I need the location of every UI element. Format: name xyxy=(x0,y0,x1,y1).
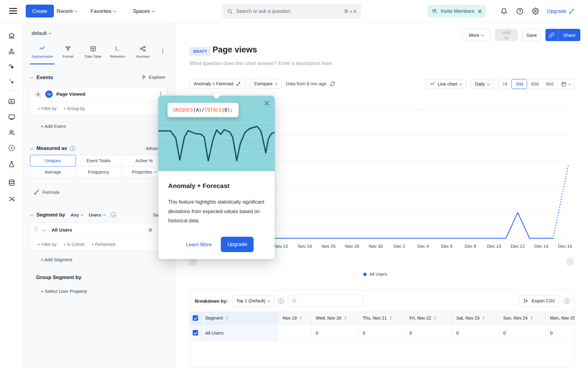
option-average[interactable]: Average xyxy=(30,166,76,178)
menu-recent[interactable]: Recent xyxy=(57,0,77,22)
database-icon[interactable] xyxy=(8,179,15,186)
close-icon[interactable] xyxy=(264,101,269,105)
help-icon[interactable] xyxy=(516,8,523,15)
notifications-bell-icon[interactable] xyxy=(500,8,507,15)
info-icon[interactable]: i xyxy=(564,298,570,304)
sort-icons[interactable] xyxy=(390,316,392,320)
option-uniques[interactable]: Uniques xyxy=(30,155,76,167)
breakdown-search[interactable] xyxy=(288,295,363,307)
select-all-checkbox[interactable] xyxy=(193,315,198,321)
drag-handle-icon[interactable] xyxy=(35,227,38,232)
tabs-overflow-kebab[interactable] xyxy=(161,48,164,55)
event-row[interactable]: A Page Viewed xyxy=(30,87,167,102)
compare-dropdown[interactable]: Compare xyxy=(250,79,281,89)
invite-members-button[interactable]: Invite Members xyxy=(428,5,486,17)
tab-segmentation[interactable]: Segmentation xyxy=(29,45,55,58)
sort-icons[interactable] xyxy=(482,316,485,320)
dismiss-invite-icon[interactable] xyxy=(478,10,482,13)
range-60d[interactable]: 60d xyxy=(528,79,542,89)
header-date[interactable]: Nov 19 xyxy=(278,312,311,324)
tab-retention[interactable]: Retention xyxy=(105,45,130,58)
header-date[interactable]: Wed, Nov 20 xyxy=(311,312,358,324)
refresh-icon[interactable] xyxy=(330,81,335,86)
chevron-down-icon[interactable] xyxy=(42,228,45,231)
custom-date-button[interactable] xyxy=(557,79,575,89)
sort-icons[interactable] xyxy=(434,316,436,320)
play-circle-icon[interactable] xyxy=(8,144,15,152)
bar-chart-icon[interactable] xyxy=(8,98,15,105)
workspace-selector[interactable]: default xyxy=(32,30,51,36)
sparkles-icon[interactable] xyxy=(8,78,15,86)
add-event-button[interactable]: + Add Event xyxy=(41,124,66,129)
tab-journeys[interactable]: Journeys xyxy=(130,45,156,58)
breakdown-search-input[interactable] xyxy=(300,298,359,303)
report-description-placeholder[interactable]: What question does this chart answer? En… xyxy=(190,60,333,66)
create-button[interactable]: Create xyxy=(26,5,54,17)
global-search-bar[interactable]: ⌘ + K xyxy=(222,4,361,18)
export-csv-button[interactable]: Export CSV xyxy=(519,295,560,307)
report-title[interactable]: Page views xyxy=(213,45,257,55)
search-input[interactable] xyxy=(236,9,344,14)
add-segment-button[interactable]: + Add Segment xyxy=(41,257,72,262)
sort-icons[interactable] xyxy=(344,316,347,320)
range-30d[interactable]: 30d xyxy=(511,79,527,89)
share-button-group[interactable]: Share xyxy=(545,29,580,41)
cursor-click-icon[interactable] xyxy=(8,63,15,70)
table-row[interactable]: All Users 0 0 0 0 0 0 xyxy=(190,324,575,341)
header-date[interactable]: Thu, Nov 21 xyxy=(358,312,405,324)
people-icon[interactable] xyxy=(8,129,15,136)
info-icon[interactable]: i xyxy=(111,212,116,217)
chart-legend[interactable]: All Users xyxy=(175,272,575,277)
range-7d[interactable]: 7d xyxy=(499,79,511,89)
remove-segment-icon[interactable] xyxy=(149,228,152,232)
segment-row[interactable]: All Users xyxy=(30,223,167,238)
flask-icon[interactable] xyxy=(8,160,15,168)
chart-page-right-button[interactable] xyxy=(566,258,574,266)
segment-in-cohort[interactable]: + In Cohort xyxy=(63,242,85,247)
upgrade-link[interactable]: Upgrade xyxy=(547,0,575,22)
event-group-by[interactable]: + Group-by xyxy=(63,106,85,111)
home-icon[interactable] xyxy=(8,32,15,39)
sort-icons[interactable] xyxy=(530,316,533,320)
segment-by-header[interactable]: Segment by Any Users i xyxy=(31,212,116,218)
tab-funnel[interactable]: Funnel xyxy=(55,45,81,58)
segment-performed[interactable]: + Performed xyxy=(92,242,115,247)
add-to-button[interactable]: Add to xyxy=(495,29,518,41)
more-button[interactable]: More xyxy=(462,29,490,41)
explorer-button[interactable]: Explorer xyxy=(141,75,165,80)
header-date[interactable]: Mon, Nov 25 xyxy=(546,312,575,324)
anomaly-forecast-button[interactable]: Anomaly + Forecast xyxy=(190,79,245,89)
info-icon[interactable]: i xyxy=(278,298,284,304)
breakdown-dropdown[interactable]: Top 1 (Default) xyxy=(232,295,274,307)
events-section-header[interactable]: Events xyxy=(31,75,53,80)
option-event-totals[interactable]: Event Totals xyxy=(76,155,122,167)
menu-favorites[interactable]: Favorites xyxy=(91,0,116,22)
header-segment[interactable]: Segment xyxy=(201,312,278,324)
copy-link-icon[interactable] xyxy=(545,29,558,41)
sort-icons[interactable] xyxy=(300,316,302,320)
learn-more-link[interactable]: Learn More xyxy=(186,242,212,247)
segment-users-dropdown[interactable]: Users xyxy=(89,213,105,217)
formula-button[interactable]: Formula xyxy=(34,189,59,195)
event-filter-by[interactable]: + Filter by xyxy=(38,106,57,111)
header-date[interactable]: Sat, Nov 23 xyxy=(452,312,499,324)
segment-filter-by[interactable]: + Filter by xyxy=(38,242,57,247)
sort-icons[interactable] xyxy=(226,316,228,320)
measured-as-header[interactable]: Measured as i xyxy=(31,145,75,151)
granularity-dropdown[interactable]: Daily xyxy=(471,79,494,89)
save-button[interactable]: Save xyxy=(522,29,541,41)
line-chart-plot[interactable] xyxy=(273,106,571,247)
tab-data-table[interactable]: Data Table xyxy=(80,45,106,58)
select-user-property-button[interactable]: + Select User Property xyxy=(41,289,87,294)
segment-any-dropdown[interactable]: Any xyxy=(71,213,83,217)
route-icon[interactable] xyxy=(8,195,15,202)
chart-type-dropdown[interactable]: Line chart xyxy=(426,79,466,89)
menu-spaces[interactable]: Spaces xyxy=(133,0,154,22)
header-date[interactable]: Sun, Nov 24 xyxy=(499,312,546,324)
header-date[interactable]: Fri, Nov 22 xyxy=(405,312,452,324)
shapes-icon[interactable] xyxy=(8,48,15,55)
share-button[interactable]: Share xyxy=(558,29,580,41)
hamburger-menu-icon[interactable] xyxy=(9,8,17,14)
popup-upgrade-button[interactable]: Upgrade xyxy=(221,237,254,252)
range-90d[interactable]: 90d xyxy=(542,79,557,89)
